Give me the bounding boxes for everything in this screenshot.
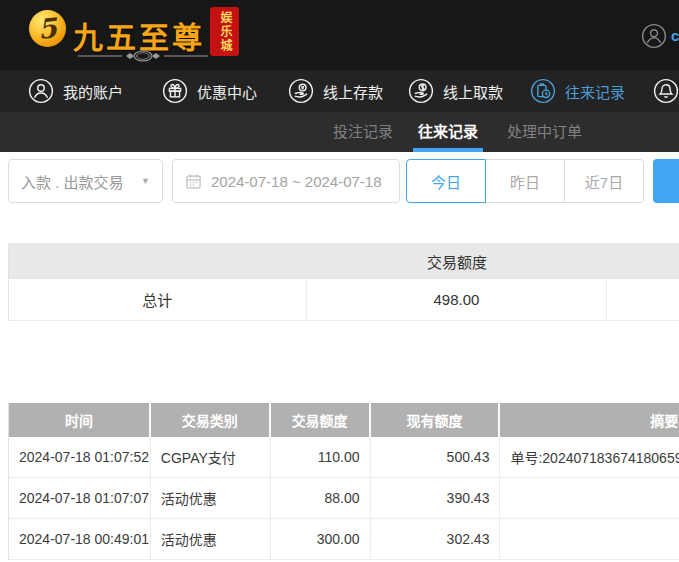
cell-summary: 单号:202407183674180659	[500, 437, 679, 477]
user-icon	[28, 78, 54, 104]
records-icon	[530, 78, 556, 104]
flourish-ornament	[78, 50, 208, 62]
summary-total-empty	[607, 279, 679, 320]
logo-glyph: 5	[37, 14, 59, 43]
bell-icon	[653, 78, 679, 104]
transaction-type-value: 入款 . 出款交易	[21, 171, 124, 192]
page: 5 九五至尊 娱乐城 c 我的账户	[0, 0, 679, 562]
nav-label: 线上存款	[323, 81, 383, 102]
quick-date-buttons: 今日 昨日 近7日	[406, 159, 644, 203]
record-tabbar: 投注记录 往来记录 处理中订单	[0, 112, 679, 152]
col-header-balance: 现有额度	[371, 403, 501, 437]
brand-header: 5 九五至尊 娱乐城 c	[0, 0, 679, 70]
summary-table-header: 交易额度	[9, 243, 679, 279]
date-range-picker[interactable]: 2024-07-18 ~ 2024-07-18	[172, 159, 400, 203]
nav-item-withdraw[interactable]: 线上取款	[408, 70, 503, 112]
nav-item-transaction-records[interactable]: 往来记录	[530, 70, 625, 112]
table-row: 2024-07-18 00:49:01 活动优惠 300.00 302.43	[9, 519, 679, 560]
summary-table: 交易额度 总计 498.00	[8, 243, 679, 321]
nav-item-promotions[interactable]: 优惠中心	[162, 70, 257, 112]
nav-item-notifications[interactable]	[653, 70, 679, 112]
col-header-time: 时间	[9, 403, 151, 437]
nav-item-deposit[interactable]: 线上存款	[288, 70, 383, 112]
nav-label: 优惠中心	[197, 81, 257, 102]
brand-logo-icon: 5	[29, 10, 66, 47]
cell-balance: 500.43	[371, 437, 501, 477]
cell-time: 2024-07-18 01:07:07	[9, 478, 151, 518]
cell-summary	[500, 478, 679, 518]
cell-balance: 302.43	[371, 519, 501, 559]
cell-summary	[500, 519, 679, 559]
last-7-days-button[interactable]: 近7日	[564, 159, 644, 203]
table-row: 2024-07-18 01:07:07 活动优惠 88.00 390.43	[9, 478, 679, 519]
search-button[interactable]	[653, 159, 679, 203]
nav-label: 线上取款	[443, 81, 503, 102]
summary-header-amount: 交易额度	[307, 243, 608, 279]
main-nav: 我的账户 优惠中心 线上存款	[0, 70, 679, 112]
gift-icon	[162, 78, 188, 104]
summary-header-empty	[9, 243, 307, 279]
col-header-type: 交易类别	[151, 403, 271, 437]
avatar-icon[interactable]	[641, 23, 667, 49]
withdraw-icon	[408, 78, 434, 104]
filter-row: 入款 . 出款交易 ▼ 2024-07-18 ~ 2024-07-18 今日 昨…	[0, 152, 679, 212]
tab-processing-orders[interactable]: 处理中订单	[502, 112, 587, 152]
date-range-value: 2024-07-18 ~ 2024-07-18	[211, 173, 382, 190]
cell-time: 2024-07-18 00:49:01	[9, 519, 151, 559]
cell-amount: 88.00	[271, 478, 371, 518]
cell-time: 2024-07-18 01:07:52	[9, 437, 151, 477]
cell-type: 活动优惠	[151, 519, 271, 559]
chevron-down-icon: ▼	[141, 176, 150, 186]
today-button[interactable]: 今日	[406, 159, 486, 203]
col-header-amount: 交易额度	[271, 403, 371, 437]
records-table-header: 时间 交易类别 交易额度 现有额度 摘要	[9, 403, 679, 437]
summary-total-label: 总计	[9, 279, 307, 320]
cell-type: 活动优惠	[151, 478, 271, 518]
summary-total-amount: 498.00	[307, 279, 608, 320]
tab-transaction-records[interactable]: 往来记录	[413, 112, 483, 152]
brand-subtitle: 娱乐城	[210, 7, 239, 56]
summary-header-empty	[607, 243, 679, 279]
cell-type: CGPAY支付	[151, 437, 271, 477]
col-header-summary: 摘要	[500, 403, 679, 437]
cell-balance: 390.43	[371, 478, 501, 518]
nav-item-my-account[interactable]: 我的账户	[28, 70, 123, 112]
table-row: 2024-07-18 01:07:52 CGPAY支付 110.00 500.4…	[9, 437, 679, 478]
nav-label: 往来记录	[565, 81, 625, 102]
yesterday-button[interactable]: 昨日	[485, 159, 565, 203]
transaction-type-select[interactable]: 入款 . 出款交易 ▼	[8, 159, 163, 203]
cell-amount: 110.00	[271, 437, 371, 477]
username-text[interactable]: c	[671, 27, 679, 44]
cell-amount: 300.00	[271, 519, 371, 559]
summary-total-row: 总计 498.00	[9, 279, 679, 321]
calendar-icon	[185, 173, 202, 190]
deposit-icon	[288, 78, 314, 104]
nav-label: 我的账户	[63, 81, 123, 102]
records-table: 时间 交易类别 交易额度 现有额度 摘要 2024-07-18 01:07:52…	[8, 403, 679, 560]
tab-betting-records[interactable]: 投注记录	[328, 112, 398, 152]
